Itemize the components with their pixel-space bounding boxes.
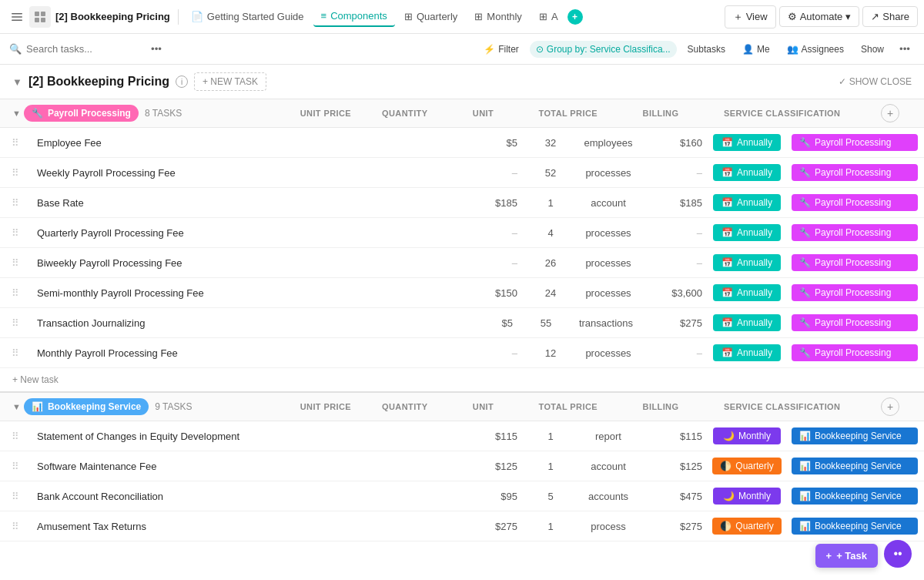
service-badge[interactable]: 🔧 Payroll Processing (792, 314, 918, 331)
group-payroll-chevron[interactable]: ▼ (12, 109, 21, 118)
show-btn[interactable]: Show (855, 41, 890, 58)
view-btn[interactable]: ＋ View (725, 5, 776, 28)
drag-handle[interactable]: ⠿ (0, 287, 31, 299)
assignees-btn[interactable]: 👥 Assignees (781, 41, 850, 58)
float-dots-btn[interactable]: •• (884, 540, 912, 568)
nav-actions: ＋ View ⚙ Automate ▾ ↗ Share (725, 5, 918, 28)
billing-badge[interactable]: 📅 Annually (713, 344, 781, 361)
service-badge[interactable]: 🔧 Payroll Processing (792, 224, 918, 241)
unit-price: $125 (454, 458, 524, 475)
billing-badge-monthly[interactable]: 🌙 Monthly (713, 427, 781, 444)
me-btn[interactable]: 👤 Me (736, 41, 776, 58)
collapse-icon[interactable]: ▼ (12, 76, 22, 88)
filter-btn[interactable]: ⚡ Filter (477, 41, 525, 58)
col-billing-2: BILLING (622, 397, 699, 416)
info-icon[interactable]: i (176, 75, 188, 88)
ellipsis-icon: ••• (151, 43, 162, 55)
task-row-1-3: ⠿ Amusement Tax Returns $275 1 process $… (0, 511, 924, 541)
show-close-btn[interactable]: ✓ SHOW CLOSE (839, 76, 912, 87)
drag-handle[interactable]: ⠿ (0, 521, 31, 532)
subtasks-btn[interactable]: Subtasks (681, 41, 732, 58)
group-payroll: ▼ 🔧 Payroll Processing 8 TASKS UNIT PRIC… (0, 99, 924, 391)
service-cell: 🔧 Payroll Processing (785, 281, 924, 304)
more-options-btn[interactable]: ••• (895, 39, 915, 59)
service-badge-bk[interactable]: 📊 Bookkeeping Service (792, 488, 918, 505)
calendar-icon: 🌙 (723, 491, 735, 501)
add-col-btn-2[interactable]: + (881, 397, 899, 416)
service-badge[interactable]: 🔧 Payroll Processing (792, 134, 918, 151)
group-by-btn[interactable]: ⊙ Group by: Service Classifica... (530, 41, 677, 58)
billing-badge[interactable]: 📅 Annually (713, 134, 781, 151)
drag-handle[interactable]: ⠿ (0, 461, 31, 472)
float-task-btn[interactable]: + + Task (815, 544, 878, 568)
search-input[interactable] (26, 43, 142, 55)
drag-handle[interactable]: ⠿ (0, 431, 31, 442)
service-cell: 📊 Bookkeeping Service (785, 515, 924, 538)
table-icon-m: ⊞ (474, 11, 483, 22)
search-more-btn[interactable]: ••• (146, 39, 166, 59)
billing-badge[interactable]: 📅 Annually (713, 164, 781, 181)
col-total-1: TOTAL PRICE (532, 104, 604, 122)
billing-badge[interactable]: 📅 Annually (713, 314, 781, 331)
billing-badge-monthly[interactable]: 🌙 Monthly (713, 488, 781, 505)
drag-handle[interactable]: ⠿ (0, 227, 31, 239)
task-name: Quarterly Payroll Processing Fee (31, 224, 454, 242)
quantity: 1 (524, 518, 578, 535)
group-payroll-label[interactable]: 🔧 Payroll Processing (24, 105, 139, 122)
table-icon-a: ⊞ (539, 11, 547, 22)
drag-handle[interactable]: ⠿ (0, 137, 31, 149)
billing-badge-quarterly[interactable]: 🌓 Quarterly (712, 518, 781, 535)
service-badge[interactable]: 🔧 Payroll Processing (792, 164, 918, 181)
tab-components[interactable]: ≡ Components (313, 6, 395, 27)
service-icon: 🔧 (799, 317, 811, 328)
service-badge[interactable]: 🔧 Payroll Processing (792, 254, 918, 271)
service-badge-bk[interactable]: 📊 Bookkeeping Service (792, 427, 918, 444)
billing-cell: 🌓 Quarterly (708, 515, 785, 538)
unit: processes (578, 254, 639, 272)
calendar-icon: 📅 (721, 347, 733, 358)
tab-getting-started[interactable]: 📄 Getting Started Guide (183, 7, 312, 26)
billing-badge[interactable]: 📅 Annually (713, 194, 781, 211)
new-task-btn[interactable]: + NEW TASK (194, 72, 266, 91)
bookkeeping-icon: 📊 (32, 401, 43, 412)
billing-badge[interactable]: 📅 Annually (713, 224, 781, 241)
group-bookkeeping-label[interactable]: 📊 Bookkeeping Service (24, 398, 149, 415)
service-badge[interactable]: 🔧 Payroll Processing (792, 194, 918, 211)
total-price: $275 (639, 314, 708, 332)
service-badge-bk[interactable]: 📊 Bookkeeping Service (792, 458, 918, 474)
sidebar-toggle[interactable] (6, 6, 28, 28)
drag-handle[interactable]: ⠿ (0, 491, 31, 502)
grid-icon-btn[interactable] (29, 6, 51, 28)
tab-quarterly[interactable]: ⊞ Quarterly (397, 7, 465, 26)
service-badge[interactable]: 🔧 Payroll Processing (792, 344, 918, 361)
billing-badge[interactable]: 📅 Annually (713, 254, 781, 271)
service-badge-bk[interactable]: 📊 Bookkeeping Service (792, 518, 918, 535)
total-price: $3,600 (639, 284, 708, 302)
share-btn[interactable]: ↗ Share (862, 6, 918, 27)
drag-handle[interactable]: ⠿ (0, 317, 31, 329)
drag-handle[interactable]: ⠿ (0, 197, 31, 209)
more-icon: ••• (899, 43, 910, 55)
drag-handle[interactable]: ⠿ (0, 167, 31, 179)
service-badge[interactable]: 🔧 Payroll Processing (792, 284, 918, 301)
billing-badge[interactable]: 📅 Annually (713, 284, 781, 301)
search-icon: 🔍 (9, 43, 22, 55)
billing-badge-quarterly[interactable]: 🌓 Quarterly (712, 458, 781, 474)
tab-add-dot[interactable]: + (567, 9, 583, 25)
group-bookkeeping-chevron[interactable]: ▼ (12, 402, 21, 411)
service-icon: 🔧 (799, 227, 811, 238)
add-col-btn-1[interactable]: + (881, 104, 899, 122)
automate-btn[interactable]: ⚙ Automate ▾ (779, 6, 860, 27)
billing-cell: 🌓 Quarterly (708, 454, 785, 478)
unit-price: – (454, 344, 524, 362)
col-unit-1: UNIT (452, 104, 514, 122)
drag-handle[interactable]: ⠿ (0, 257, 31, 269)
service-cell: 🔧 Payroll Processing (785, 341, 924, 364)
new-task-row-payroll[interactable]: + New task (0, 368, 924, 391)
tab-monthly[interactable]: ⊞ Monthly (467, 7, 530, 26)
calendar-icon: 📅 (721, 137, 733, 148)
billing-cell: 📅 Annually (708, 221, 785, 244)
drag-handle[interactable]: ⠿ (0, 347, 31, 359)
col-quantity-2: QUANTITY (376, 397, 434, 416)
tab-a[interactable]: ⊞ A (531, 7, 566, 26)
